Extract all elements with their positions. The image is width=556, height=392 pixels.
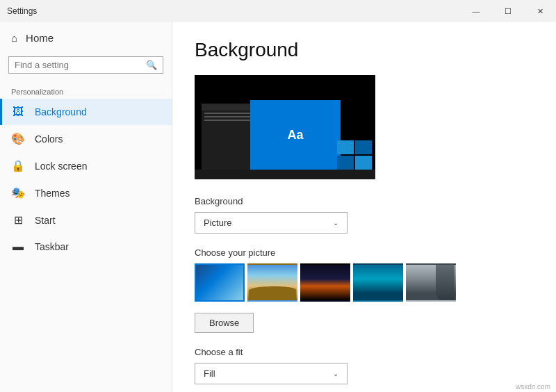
sidebar-item-background[interactable]: 🖼 Background [0, 99, 172, 125]
close-button[interactable]: ✕ [524, 0, 556, 22]
home-icon: ⌂ [11, 32, 17, 44]
app-title: Settings [7, 6, 37, 16]
search-box[interactable]: 🔍 [8, 56, 163, 74]
app-body: ⌂ Home 🔍 Personalization 🖼 Background 🎨 … [0, 22, 556, 392]
background-preview: Aa [195, 75, 375, 179]
sidebar-section-label: Personalization [0, 82, 172, 99]
maximize-button[interactable]: ☐ [492, 0, 524, 22]
picture-thumb-3[interactable] [300, 263, 350, 302]
chevron-down-icon: ⌄ [333, 219, 338, 227]
taskbar-icon: ▬ [11, 240, 25, 253]
picture-grid [195, 263, 534, 302]
picture-thumb-4[interactable] [353, 263, 403, 302]
sidebar-item-themes[interactable]: 🎭 Themes [0, 179, 172, 206]
sidebar-item-label-themes: Themes [35, 188, 70, 199]
preview-tile-1 [337, 140, 354, 154]
background-dropdown[interactable]: Picture ⌄ [195, 212, 348, 234]
footer-text: wsxdn.com [516, 383, 550, 391]
browse-button[interactable]: Browse [195, 313, 254, 333]
sidebar-item-label-colors: Colors [35, 133, 63, 145]
sidebar-item-colors[interactable]: 🎨 Colors [0, 125, 172, 152]
background-icon: 🖼 [11, 106, 25, 118]
preview-tiles [337, 140, 372, 170]
fit-chevron-down-icon: ⌄ [333, 370, 338, 377]
page-title: Background [195, 39, 534, 61]
preview-tile-3 [337, 156, 354, 170]
background-dropdown-value: Picture [204, 218, 231, 228]
sidebar-home-button[interactable]: ⌂ Home [0, 22, 172, 54]
sidebar-item-label-lockscreen: Lock screen [35, 161, 87, 172]
picture-thumb-5[interactable] [406, 263, 456, 302]
title-bar: Settings — ☐ ✕ [0, 0, 556, 22]
fit-field-label: Choose a fit [195, 347, 534, 357]
preview-aa-text: Aa [287, 128, 303, 142]
sidebar-item-label-taskbar: Taskbar [35, 241, 69, 252]
sidebar-item-label-start: Start [35, 215, 56, 226]
sidebar-item-taskbar[interactable]: ▬ Taskbar [0, 234, 172, 260]
sidebar-item-start[interactable]: ⊞ Start [0, 206, 172, 234]
search-icon[interactable]: 🔍 [146, 60, 157, 70]
minimize-button[interactable]: — [460, 0, 492, 22]
window-controls: — ☐ ✕ [460, 0, 556, 22]
lockscreen-icon: 🔒 [11, 159, 25, 172]
picture-thumb-1[interactable] [195, 263, 245, 302]
search-input[interactable] [15, 60, 146, 70]
themes-icon: 🎭 [11, 186, 25, 199]
background-field-label: Background [195, 196, 534, 206]
colors-icon: 🎨 [11, 132, 25, 145]
preview-tile-2 [355, 140, 372, 154]
sidebar: ⌂ Home 🔍 Personalization 🖼 Background 🎨 … [0, 22, 172, 392]
sidebar-item-label-background: Background [35, 106, 87, 117]
footer: wsxdn.com [510, 382, 556, 392]
start-icon: ⊞ [11, 213, 25, 227]
home-label: Home [26, 32, 54, 44]
fit-dropdown[interactable]: Fill ⌄ [195, 363, 348, 384]
preview-tile-4 [355, 156, 372, 170]
content-area: Background Aa Background Picture [172, 22, 556, 392]
picture-section-label: Choose your picture [195, 247, 534, 258]
preview-taskbar [195, 170, 375, 179]
preview-main-window: Aa [250, 100, 341, 170]
sidebar-item-lockscreen[interactable]: 🔒 Lock screen [0, 152, 172, 179]
fit-dropdown-value: Fill [204, 368, 215, 379]
picture-thumb-2[interactable] [247, 263, 297, 302]
